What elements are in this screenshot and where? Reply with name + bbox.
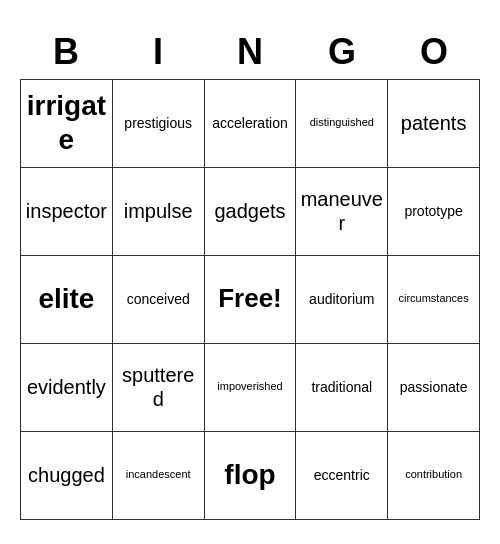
bingo-cell: auditorium xyxy=(296,256,388,344)
bingo-cell: conceived xyxy=(113,256,205,344)
bingo-cell: circumstances xyxy=(388,256,480,344)
bingo-cell: sputtered xyxy=(113,344,205,432)
header-letter: B xyxy=(20,25,112,79)
cell-text: maneuver xyxy=(300,187,383,235)
cell-text: chugged xyxy=(28,463,105,487)
bingo-cell: passionate xyxy=(388,344,480,432)
bingo-cell: gadgets xyxy=(205,168,297,256)
bingo-cell: prestigious xyxy=(113,80,205,168)
bingo-cell: elite xyxy=(21,256,113,344)
cell-text: circumstances xyxy=(398,292,468,305)
bingo-cell: impulse xyxy=(113,168,205,256)
header-letter: I xyxy=(112,25,204,79)
bingo-cell: patents xyxy=(388,80,480,168)
cell-text: gadgets xyxy=(214,199,285,223)
bingo-cell: incandescent xyxy=(113,432,205,520)
bingo-cell: prototype xyxy=(388,168,480,256)
cell-text: conceived xyxy=(127,291,190,308)
bingo-cell: inspector xyxy=(21,168,113,256)
header-letter: O xyxy=(388,25,480,79)
bingo-header: BINGO xyxy=(20,25,480,79)
cell-text: auditorium xyxy=(309,291,374,308)
bingo-cell: acceleration xyxy=(205,80,297,168)
cell-text: evidently xyxy=(27,375,106,399)
bingo-grid: irrigateprestigiousaccelerationdistingui… xyxy=(20,79,480,520)
bingo-cell: flop xyxy=(205,432,297,520)
cell-text: irrigate xyxy=(25,89,108,156)
bingo-cell: eccentric xyxy=(296,432,388,520)
header-letter: G xyxy=(296,25,388,79)
cell-text: passionate xyxy=(400,379,468,396)
bingo-cell: impoverished xyxy=(205,344,297,432)
cell-text: eccentric xyxy=(314,467,370,484)
cell-text: elite xyxy=(38,282,94,316)
cell-text: distinguished xyxy=(310,116,374,129)
bingo-cell: irrigate xyxy=(21,80,113,168)
bingo-card: BINGO irrigateprestigiousaccelerationdis… xyxy=(10,15,490,530)
cell-text: impulse xyxy=(124,199,193,223)
bingo-cell: evidently xyxy=(21,344,113,432)
cell-text: traditional xyxy=(311,379,372,396)
cell-text: Free! xyxy=(218,283,282,314)
bingo-cell: chugged xyxy=(21,432,113,520)
cell-text: prestigious xyxy=(124,115,192,132)
bingo-cell: traditional xyxy=(296,344,388,432)
cell-text: impoverished xyxy=(217,380,282,393)
cell-text: contribution xyxy=(405,468,462,481)
bingo-cell: Free! xyxy=(205,256,297,344)
cell-text: prototype xyxy=(404,203,462,220)
cell-text: patents xyxy=(401,111,467,135)
cell-text: inspector xyxy=(26,199,107,223)
cell-text: incandescent xyxy=(126,468,191,481)
cell-text: acceleration xyxy=(212,115,288,132)
cell-text: sputtered xyxy=(117,363,200,411)
cell-text: flop xyxy=(224,458,275,492)
bingo-cell: distinguished xyxy=(296,80,388,168)
bingo-cell: maneuver xyxy=(296,168,388,256)
bingo-cell: contribution xyxy=(388,432,480,520)
header-letter: N xyxy=(204,25,296,79)
